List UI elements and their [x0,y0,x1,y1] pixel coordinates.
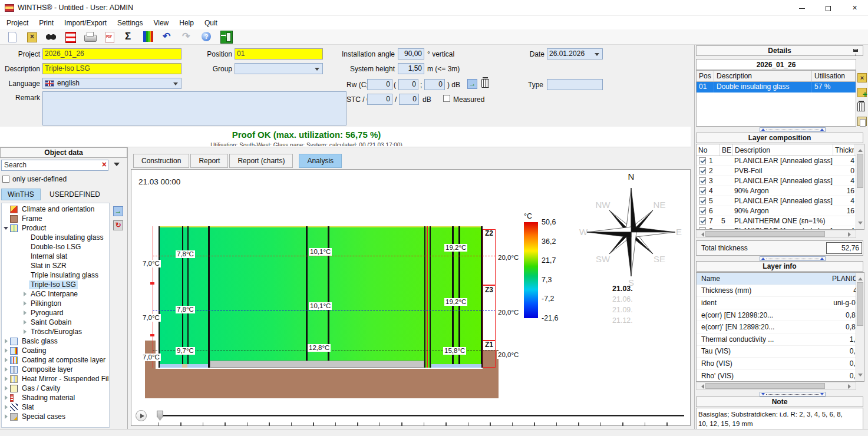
season-date[interactable]: 21.03. [612,283,659,294]
thermal-chart-icon[interactable] [141,31,155,43]
note-text[interactable]: Basisglas; Substratdicken: i.d. R: 2, 3,… [696,408,863,432]
layer-checkbox[interactable] [699,167,706,174]
help-icon[interactable] [200,31,213,43]
timeline-handle[interactable] [157,411,163,421]
installation-angle-input[interactable]: 90,00 [398,48,424,60]
system-height-input[interactable]: 1,50 [398,63,424,74]
layer-info-row[interactable]: Rho' (VIS) 0,08 [697,370,864,382]
menu-item[interactable]: Print [34,17,59,29]
tree-item[interactable]: AGC Interpane [2,289,109,299]
menu-item[interactable]: Project [1,17,34,29]
layer-row[interactable]: 4 90% Argon 16 [697,186,864,196]
language-select[interactable]: english [42,78,181,89]
description-input[interactable]: Triple-Iso LSG [42,63,181,74]
search-options-button[interactable] [113,161,122,170]
layer-info-row[interactable]: Tau (VIS) 0,90 [697,346,864,358]
redo-icon[interactable] [180,31,194,43]
tree-item[interactable]: Pilkington [2,299,109,308]
layer-info-row[interactable]: Rho (VIS) 0,08 [697,358,864,370]
maximize-button[interactable] [815,0,841,16]
layer-row[interactable]: 7 5 PLANITHERM ONE (εn=1%) [697,216,864,226]
tree-item[interactable]: Double-Iso LSG [2,242,109,252]
tree-item[interactable]: Pyroguard [2,308,109,318]
main-tab[interactable]: Report [190,154,228,168]
close-button[interactable]: × [841,0,868,16]
remark-textarea[interactable] [42,91,346,125]
acoustics-delete-icon[interactable] [481,79,489,88]
tree-item[interactable]: Triple insulating glass [2,270,109,280]
tree-item[interactable]: Slat in SZR [2,261,109,270]
layer-checkbox[interactable] [699,187,706,194]
layer-row[interactable]: 3 PLANICLEAR [Annealed glass] 4 [697,176,864,186]
pdf-export-icon[interactable] [103,31,116,43]
tree-item[interactable]: Trösch/Euroglas [2,327,109,336]
tree-item[interactable]: Internal slat [2,252,109,261]
new-template-icon[interactable]: × [857,73,867,82]
tab-userdefined[interactable]: USERDEFINED [43,189,107,200]
tree-item[interactable]: Gas / Cavity [2,384,109,393]
rw-input[interactable]: 0 [367,79,392,90]
layer-checkbox[interactable] [699,217,706,224]
splitter[interactable] [760,256,826,261]
rw-c-input[interactable]: 0 [398,79,418,90]
save-icon[interactable] [64,31,77,43]
play-button[interactable] [136,410,147,421]
apply-selection-icon[interactable]: → [113,206,123,216]
season-date[interactable]: 21.09. [612,305,659,315]
rw-ctr-input[interactable]: 0 [424,79,445,90]
tree-item[interactable]: Composite layer [2,365,109,374]
stc-input[interactable]: 0 [367,94,392,105]
tree-item[interactable]: Coating [2,346,109,355]
main-tab[interactable]: Construction [133,154,189,168]
position-input[interactable]: 01 [235,48,323,60]
tree-item[interactable]: Climate and orientation [2,204,109,214]
tree-item[interactable]: Double insulating glass [2,233,109,242]
timeline-track[interactable] [157,415,684,417]
season-date[interactable]: 21.12. [612,315,659,326]
delete-position-icon[interactable] [857,103,865,111]
layer-checkbox[interactable] [699,207,706,214]
main-tab[interactable]: Analysis [299,154,342,168]
layer-info-row[interactable]: Thermal conductivity ... 1,00 [697,333,864,346]
tab-winths[interactable]: WinTHS [1,189,41,200]
menu-item[interactable]: View [148,17,174,29]
vertical-scrollbar[interactable] [856,144,864,229]
horizontal-scrollbar[interactable] [696,382,856,390]
measured-checkbox[interactable] [443,95,450,102]
date-select[interactable]: 26.01.2026 [547,48,603,60]
layer-checkbox[interactable] [699,157,706,164]
tree-item[interactable]: Heat Mirror - Suspended Film [2,374,109,384]
layer-info-row[interactable]: Name PLANICLEA [697,273,864,285]
clear-search-icon[interactable]: × [102,160,107,170]
add-position-icon[interactable] [857,88,867,97]
tree-item[interactable]: Saint Gobain [2,318,109,327]
layer-row[interactable]: 6 90% Argon 16 [697,206,864,216]
menu-item[interactable]: Help [174,17,199,29]
oitc-input[interactable]: 0 [399,94,419,105]
print-icon[interactable] [83,31,97,43]
layer-info-row[interactable]: ident uni-g-004 [697,297,864,309]
menu-item[interactable]: Quit [199,17,223,29]
splitter[interactable] [760,127,826,132]
group-select[interactable] [235,63,323,74]
find-icon[interactable] [44,31,58,43]
pin-icon[interactable] [853,49,858,52]
menu-item[interactable]: Import/Export [59,17,112,29]
layer-row[interactable]: 2 PVB-Foil 0 [697,166,864,176]
splitter[interactable] [760,392,826,397]
menu-item[interactable]: Settings [112,17,148,29]
position-row[interactable]: 01 Double insulating glass 57 % [697,82,856,93]
tree-item[interactable]: Frame [2,214,109,223]
paste-icon[interactable] [857,117,867,126]
tree-item[interactable]: Triple-Iso LSG [2,280,109,289]
project-input[interactable]: 2026_01_26 [42,48,181,60]
open-template-icon[interactable] [25,31,38,43]
sum-icon[interactable] [122,31,136,43]
tree-item[interactable]: Slat [2,402,109,412]
search-input[interactable]: Search× [1,160,108,171]
only-user-defined-checkbox[interactable] [2,176,9,183]
layer-row[interactable]: 1 PLANICLEAR [Annealed glass] 4 [697,156,864,166]
tree-item[interactable]: Coating at composite layer [2,355,109,365]
layer-info-row[interactable]: e(corr) [EN 12898:20... 0,840 [697,309,864,322]
undo-icon[interactable] [161,31,174,43]
